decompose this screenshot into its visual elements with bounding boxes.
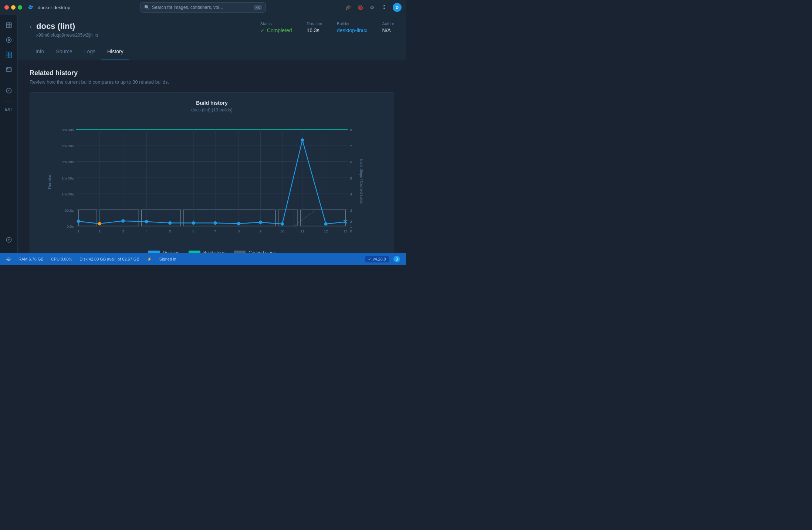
svg-text:1m 30s: 1m 30s xyxy=(62,176,74,180)
notification-count: 3 xyxy=(396,257,398,261)
svg-rect-12 xyxy=(9,55,11,58)
svg-text:1: 1 xyxy=(350,224,352,228)
duration-meta: Duration 16.3s xyxy=(307,21,322,33)
legend-cached-steps-swatch xyxy=(234,251,246,253)
tab-source[interactable]: Source xyxy=(50,43,78,60)
duration-label: Duration xyxy=(307,21,322,26)
legend-build-steps: Build steps xyxy=(189,250,225,253)
avatar[interactable]: D xyxy=(393,3,402,12)
statusbar-signed-in-icon: ⚡ xyxy=(147,257,152,262)
svg-point-75 xyxy=(98,222,101,225)
sidebar-item-images[interactable] xyxy=(3,34,15,46)
build-id-row: x99m8it4uqq9rrewu205w2ijh ⧉ xyxy=(36,33,98,38)
svg-point-81 xyxy=(237,222,240,225)
minimize-button[interactable] xyxy=(11,5,16,10)
svg-text:7: 7 xyxy=(350,144,352,148)
chart-container: Build history docs (lint) (13 builds) Du… xyxy=(30,92,394,253)
svg-text:2m 30s: 2m 30s xyxy=(62,144,74,148)
close-button[interactable] xyxy=(4,5,9,10)
header-meta: Status ✓ Completed Duration 16.3s Builde… xyxy=(260,21,394,33)
legend-duration-swatch xyxy=(148,251,160,253)
svg-text:2m 00s: 2m 00s xyxy=(62,160,74,164)
back-button[interactable]: ‹ xyxy=(30,23,32,31)
sidebar-item-scout[interactable] xyxy=(3,85,15,97)
svg-text:2: 2 xyxy=(350,219,352,224)
sidebar-divider xyxy=(4,80,13,80)
svg-text:5: 5 xyxy=(350,176,352,180)
tab-logs[interactable]: Logs xyxy=(78,43,101,60)
svg-point-85 xyxy=(324,222,328,226)
check-icon: ✓ xyxy=(260,27,265,33)
y-axis-right-label: Build Steps / Cached steps xyxy=(359,159,363,204)
svg-text:1m 00s: 1m 00s xyxy=(62,192,74,196)
builder-value[interactable]: desktop-linux xyxy=(337,27,368,33)
statusbar-whale-icon: 🐳 xyxy=(6,257,11,262)
content-area: ‹ docs (lint) x99m8it4uqq9rrewu205w2ijh … xyxy=(18,15,406,253)
svg-text:9: 9 xyxy=(260,229,262,233)
svg-point-79 xyxy=(192,221,195,225)
y-axis-label: Duration xyxy=(47,174,52,189)
search-shortcut: ⌘K xyxy=(254,5,262,10)
svg-text:3: 3 xyxy=(122,229,124,233)
svg-point-78 xyxy=(168,221,172,225)
svg-text:0.0s: 0.0s xyxy=(67,224,74,228)
page-header: ‹ docs (lint) x99m8it4uqq9rrewu205w2ijh … xyxy=(18,15,406,43)
tabs-bar: Info Source Logs History xyxy=(18,43,406,60)
svg-text:2: 2 xyxy=(98,229,101,233)
svg-text:13: 13 xyxy=(343,229,348,233)
svg-point-6 xyxy=(8,39,10,41)
svg-point-80 xyxy=(214,221,217,225)
learn-icon[interactable]: 🎓 xyxy=(345,4,351,10)
builder-label: Builder xyxy=(337,21,368,26)
chart-title: Build history xyxy=(39,100,385,106)
svg-text:30.0s: 30.0s xyxy=(65,208,74,212)
svg-point-15 xyxy=(7,68,8,69)
status-text: Completed xyxy=(267,27,292,33)
page-body: Related history Review how the current b… xyxy=(18,60,406,253)
svg-point-83 xyxy=(281,222,284,226)
svg-text:3m 00s: 3m 00s xyxy=(62,128,74,132)
bug-icon[interactable]: 🐞 xyxy=(357,4,363,10)
svg-text:8: 8 xyxy=(238,229,240,233)
svg-rect-9 xyxy=(6,52,9,55)
svg-text:6: 6 xyxy=(192,229,194,233)
legend-cached-steps-label: Cached steps xyxy=(248,250,275,253)
svg-text:5: 5 xyxy=(169,229,171,233)
sidebar-divider-2 xyxy=(4,101,13,101)
maximize-button[interactable] xyxy=(18,5,22,10)
sidebar-item-volumes[interactable] xyxy=(3,64,15,76)
notification-badge[interactable]: 3 xyxy=(393,256,400,262)
svg-text:4: 4 xyxy=(145,229,148,233)
search-bar[interactable]: 🔍 Search for images, containers, vol… ⌘K xyxy=(140,2,266,13)
sidebar-item-containers[interactable] xyxy=(3,19,15,31)
titlebar: docker desktop 🔍 Search for images, cont… xyxy=(0,0,406,15)
sidebar-item-builds[interactable] xyxy=(3,49,15,61)
statusbar-cpu: CPU 0.00% xyxy=(51,257,72,261)
legend-cached-steps: Cached steps xyxy=(234,250,275,253)
settings-icon[interactable]: ⚙ xyxy=(369,4,375,10)
svg-rect-10 xyxy=(9,52,11,55)
tab-history[interactable]: History xyxy=(101,43,129,60)
grid-icon[interactable]: ⠿ xyxy=(381,4,387,10)
build-name: docs (lint) xyxy=(36,21,98,31)
version-badge: ✓ v4.28.0 xyxy=(365,256,389,262)
titlebar-icons: 🎓 🐞 ⚙ ⠿ D xyxy=(345,3,402,12)
statusbar-ram: RAM 6.78 GB xyxy=(18,257,44,261)
legend-build-steps-label: Build steps xyxy=(203,250,225,253)
copy-icon[interactable]: ⧉ xyxy=(95,33,98,38)
author-meta: Author N/A xyxy=(382,21,394,33)
status-value: ✓ Completed xyxy=(260,27,292,33)
sidebar-ext-label: EXT xyxy=(5,107,12,111)
duration-value: 16.3s xyxy=(307,27,322,33)
builder-meta: Builder desktop-linux xyxy=(337,21,368,33)
chart-svg: .grid-line { stroke: #2a3d52; stroke-wid… xyxy=(61,118,363,244)
build-id-text: x99m8it4uqq9rrewu205w2ijh xyxy=(36,33,93,38)
sidebar-item-add[interactable] xyxy=(3,234,15,246)
statusbar: 🐳 RAM 6.78 GB CPU 0.00% Disk 42.80 GB av… xyxy=(0,253,406,265)
version-text: v4.28.0 xyxy=(373,257,386,261)
build-info: docs (lint) x99m8it4uqq9rrewu205w2ijh ⧉ xyxy=(36,21,98,38)
tab-info[interactable]: Info xyxy=(30,43,50,60)
status-meta: Status ✓ Completed xyxy=(260,21,292,33)
svg-text:7: 7 xyxy=(214,229,216,233)
svg-text:4: 4 xyxy=(350,192,352,196)
